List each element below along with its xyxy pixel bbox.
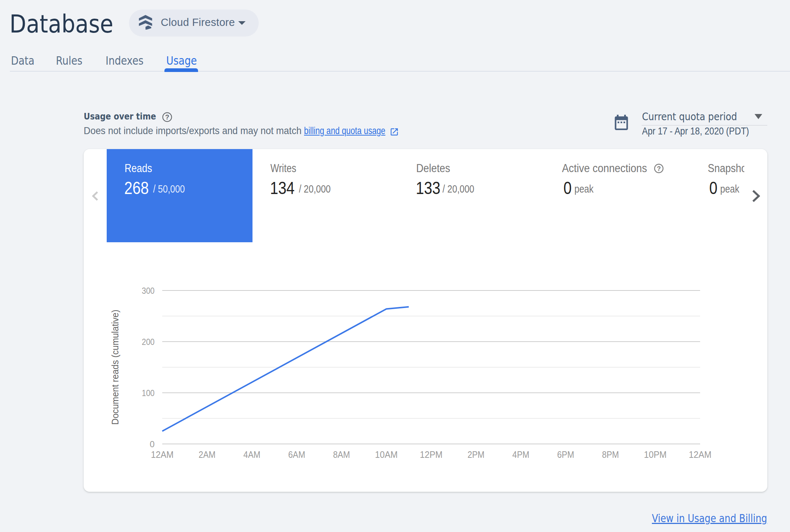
metric-quota: / 20,000 xyxy=(299,184,331,194)
chevron-down-icon[interactable] xyxy=(238,21,246,25)
firestore-icon xyxy=(139,15,152,30)
view-usage-billing-link[interactable]: View in Usage and Billing xyxy=(652,513,767,524)
help-icon[interactable]: ? xyxy=(654,164,664,173)
metric-value: 134 xyxy=(270,179,295,197)
metric-peak: peak xyxy=(720,184,739,194)
metric-tab-snapshot-listeners[interactable]: Snapshot listeners 0peak xyxy=(690,149,744,242)
svg-text:?: ? xyxy=(165,113,169,121)
metric-label: Snapshot listeners xyxy=(708,163,744,174)
metric-tab-deletes[interactable]: Deletes 133/ 20,000 xyxy=(398,149,544,242)
chevron-left-icon xyxy=(92,191,98,201)
metric-tab-active-connections[interactable]: Active connections 0peak xyxy=(544,149,690,242)
tab-usage[interactable]: Usage xyxy=(166,55,197,66)
chevron-right-icon xyxy=(752,190,760,202)
tab-data[interactable]: Data xyxy=(11,55,34,66)
metric-quota: / 50,000 xyxy=(153,184,185,194)
external-link-icon[interactable] xyxy=(390,127,399,137)
help-icon[interactable]: ? xyxy=(162,112,172,122)
section-subtitle: Does not include imports/exports and may… xyxy=(84,126,304,136)
quota-date-range: Apr 17 - Apr 18, 2020 (PDT) xyxy=(642,126,749,136)
metric-label: Deletes xyxy=(416,163,450,174)
metric-tab-strip: Reads 268/ 50,000 Writes 134/ 20,000 Del… xyxy=(107,149,744,242)
metric-scroll-left-button[interactable] xyxy=(84,183,107,209)
metric-value: 133 xyxy=(416,179,440,197)
metric-tab-reads[interactable]: Reads 268/ 50,000 xyxy=(107,149,252,242)
section-title: Usage over time xyxy=(84,112,156,121)
metric-label: Writes xyxy=(270,163,296,174)
quota-caret-down-icon[interactable] xyxy=(755,114,762,119)
tab-indexes[interactable]: Indexes xyxy=(106,55,144,66)
tab-rules[interactable]: Rules xyxy=(56,55,83,66)
metric-value: 0 xyxy=(709,179,717,197)
metric-scroll-right-button[interactable] xyxy=(744,183,767,209)
svg-text:?: ? xyxy=(657,165,661,172)
tab-bar-divider xyxy=(10,71,790,72)
product-selector-label[interactable]: Cloud Firestore xyxy=(161,17,235,28)
billing-quota-link[interactable]: billing and quota usage xyxy=(304,126,385,136)
quota-period-selector[interactable]: Current quota period xyxy=(642,111,737,122)
page-title: Database xyxy=(10,12,113,37)
metric-label: Active connections xyxy=(562,163,647,174)
active-tab-indicator xyxy=(164,68,198,72)
metric-value: 0 xyxy=(563,179,571,197)
metric-peak: peak xyxy=(574,184,593,194)
metric-quota: / 20,000 xyxy=(443,184,474,194)
metric-label: Reads xyxy=(125,163,152,174)
metric-tab-writes[interactable]: Writes 134/ 20,000 xyxy=(252,149,398,242)
metric-value: 268 xyxy=(124,179,149,197)
calendar-icon xyxy=(615,115,628,130)
